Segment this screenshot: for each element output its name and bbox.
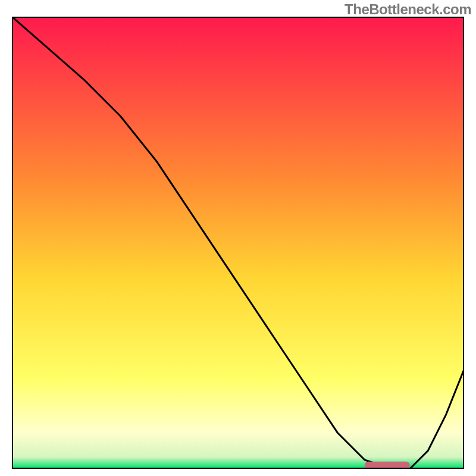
gradient-background xyxy=(12,17,464,468)
chart-svg xyxy=(12,17,464,469)
chart-container: TheBottleneck.com xyxy=(0,0,476,476)
chart-plot-area xyxy=(12,17,464,469)
watermark-text: TheBottleneck.com xyxy=(345,1,471,18)
